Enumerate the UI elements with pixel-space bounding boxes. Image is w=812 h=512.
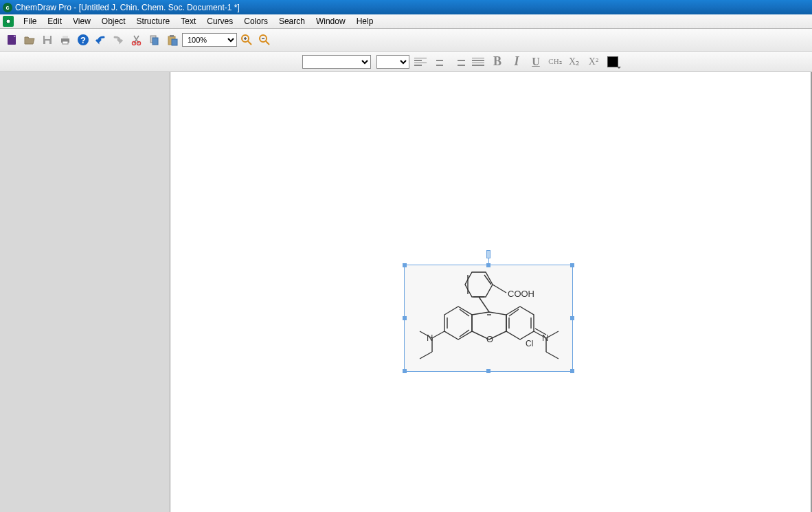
label-n1: N (427, 333, 433, 343)
svg-rect-13 (153, 38, 158, 45)
copy-button[interactable] (146, 32, 163, 48)
svg-line-29 (493, 285, 506, 293)
open-button[interactable] (21, 32, 38, 48)
align-right-button[interactable] (451, 54, 467, 70)
text-toolbar: B I U CH₂ X₂ X² (0, 52, 812, 72)
menu-structure[interactable]: Structure (131, 15, 176, 27)
undo-button[interactable] (93, 32, 109, 48)
formula-button[interactable]: CH₂ (547, 54, 563, 70)
svg-rect-4 (45, 41, 49, 44)
label-n2: N (542, 333, 548, 343)
svg-line-22 (266, 41, 269, 45)
canvas-area[interactable]: COOH O N N Cl (170, 72, 812, 512)
svg-marker-24 (465, 272, 493, 297)
svg-rect-15 (170, 35, 174, 37)
underline-button[interactable]: U (528, 54, 544, 70)
resize-handle-n[interactable] (486, 263, 490, 267)
menu-bar: File Edit View Object Structure Text Cur… (0, 14, 812, 29)
align-center-button[interactable] (431, 54, 448, 70)
menu-help[interactable]: Help (351, 15, 379, 27)
left-panel (0, 72, 170, 512)
svg-rect-16 (172, 39, 177, 45)
paste-button[interactable] (164, 32, 181, 48)
menu-colors[interactable]: Colors (238, 15, 273, 27)
chemical-structure-svg[interactable]: COOH O N N Cl (405, 265, 574, 372)
menu-edit[interactable]: Edit (42, 15, 67, 27)
menu-app-icon[interactable] (3, 16, 14, 27)
title-bar: c ChemDraw Pro - [Untitled J. Chin. Chem… (0, 0, 812, 14)
main-toolbar: ? 100% (0, 29, 812, 52)
svg-marker-36 (506, 307, 534, 340)
svg-line-48 (546, 352, 559, 359)
resize-handle-e[interactable] (570, 316, 574, 320)
redo-button[interactable] (111, 32, 127, 48)
resize-handle-s[interactable] (486, 369, 490, 373)
resize-handle-se[interactable] (570, 369, 574, 373)
save-button[interactable] (39, 32, 56, 48)
subscript-button[interactable]: X₂ (566, 54, 583, 70)
rotation-handle[interactable] (486, 250, 490, 258)
menu-file[interactable]: File (18, 15, 42, 27)
menu-curves[interactable]: Curves (201, 15, 238, 27)
cut-button[interactable] (128, 32, 145, 48)
print-button[interactable] (57, 32, 74, 48)
label-cooh: COOH (508, 289, 534, 299)
svg-marker-30 (444, 307, 472, 340)
resize-handle-sw[interactable] (403, 369, 407, 373)
app-icon: c (3, 3, 12, 12)
zoom-select[interactable]: 100% (182, 33, 237, 47)
resize-handle-nw[interactable] (403, 263, 407, 267)
svg-line-28 (479, 297, 489, 312)
label-o: O (486, 334, 493, 344)
italic-button[interactable]: I (508, 54, 525, 70)
svg-text:?: ? (80, 35, 86, 45)
workspace: COOH O N N Cl (0, 72, 812, 512)
superscript-button[interactable]: X² (585, 54, 602, 70)
align-justify-button[interactable] (470, 54, 486, 70)
svg-line-43 (420, 352, 432, 359)
text-color-button[interactable] (607, 56, 618, 67)
svg-rect-6 (63, 36, 68, 38)
svg-point-0 (6, 19, 10, 23)
size-select[interactable] (376, 55, 409, 69)
menu-object[interactable]: Object (96, 15, 131, 27)
resize-handle-w[interactable] (403, 316, 407, 320)
menu-view[interactable]: View (67, 15, 96, 27)
chemical-structure-selection[interactable]: COOH O N N Cl (404, 265, 573, 372)
svg-rect-3 (45, 36, 50, 39)
menu-window[interactable]: Window (311, 15, 351, 27)
svg-rect-7 (63, 41, 68, 44)
zoom-out-button[interactable] (256, 32, 273, 48)
align-left-button[interactable] (412, 54, 429, 70)
font-select[interactable] (302, 55, 371, 69)
menu-text[interactable]: Text (175, 15, 201, 27)
resize-handle-ne[interactable] (570, 263, 574, 267)
svg-line-40 (432, 331, 444, 338)
help-button[interactable]: ? (75, 32, 91, 48)
app-title: ChemDraw Pro - [Untitled J. Chin. Chem. … (15, 3, 240, 12)
label-cl: Cl (526, 339, 533, 348)
bold-button[interactable]: B (489, 54, 506, 70)
new-button[interactable] (3, 32, 20, 48)
menu-search[interactable]: Search (273, 15, 311, 27)
zoom-in-button[interactable] (238, 32, 255, 48)
svg-line-18 (248, 41, 251, 45)
